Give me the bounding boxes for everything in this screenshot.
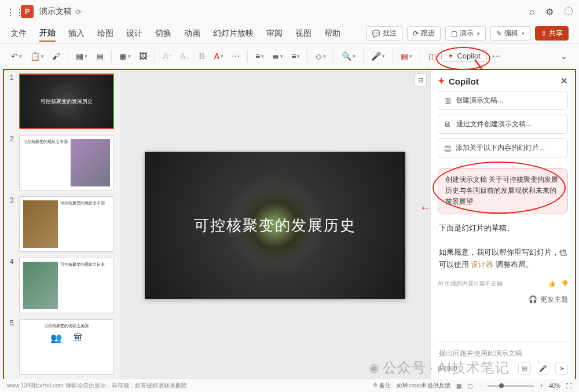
document-title[interactable]: 演示文稿: [39, 6, 72, 17]
thumb-number: 5: [10, 319, 16, 375]
comments-button[interactable]: 💬 批注: [366, 26, 402, 41]
feedback-link[interactable]: 向Microsoft 提供反馈: [397, 382, 450, 390]
table-button[interactable]: ▦▾: [116, 48, 134, 64]
present-button[interactable]: ▢ 演示▾: [445, 26, 486, 41]
attach-icon[interactable]: ▤: [518, 362, 531, 375]
font-increase-button[interactable]: A↑: [160, 48, 175, 64]
titlebar: ⋮⋮⋮ P 演示文稿 ⟳ ⌕ ⚙ 〇: [0, 0, 579, 23]
send-icon[interactable]: ➤: [555, 362, 568, 375]
thumbs-up-icon[interactable]: 👍: [548, 280, 555, 287]
ai-disclaimer: AI 生成的内容可能不正确: [438, 280, 503, 288]
catchup-button[interactable]: ⟳ 跟进: [407, 26, 441, 41]
comment-toggle-icon[interactable]: ⊟: [414, 74, 427, 86]
tab-insert[interactable]: 插入: [68, 26, 85, 41]
statusbar: www.1349比vHol.com 博弈论仅供展示，非存储，如有侵权请联系删除 …: [0, 379, 579, 392]
status-text: www.1349比vHol.com 博弈论仅供展示，非存储，如有侵权请联系删除: [7, 382, 187, 390]
file-icon: 🗎: [444, 120, 452, 129]
thumb-number: 1: [10, 74, 16, 129]
ribbon-collapse-icon[interactable]: ⌄: [557, 48, 571, 64]
zoom-in-icon[interactable]: +: [540, 383, 543, 389]
tab-slideshow[interactable]: 幻灯片放映: [213, 26, 254, 41]
close-icon[interactable]: ✕: [560, 76, 568, 86]
layout-button[interactable]: ▤: [93, 48, 107, 64]
align-button[interactable]: ≡▾: [288, 48, 303, 64]
zoom-out-icon[interactable]: −: [478, 383, 482, 389]
thumbnail-3[interactable]: 可控核聚变的现状之中国: [19, 196, 114, 252]
powerpoint-icon: P: [21, 5, 34, 18]
zoom-level[interactable]: 40%: [549, 383, 560, 389]
thumbnail-1[interactable]: 可控核聚变的发展历史: [19, 74, 114, 129]
slide-title: 可控核聚变的发展历史: [194, 215, 356, 236]
paste-button[interactable]: 📋▾: [27, 48, 47, 64]
thumbs-down-icon[interactable]: 👎: [561, 280, 568, 287]
font-color-button[interactable]: A▾: [211, 48, 226, 64]
settings-icon[interactable]: ⚙: [545, 6, 554, 17]
thumbnail-4[interactable]: 可控核聚变的现状之日本: [19, 258, 114, 313]
tab-home[interactable]: 开始: [39, 25, 56, 42]
slide-thumbnails: 1 可控核聚变的发展历史 2 可控核聚变的现状之中国 3 可控核聚变的现状之中国…: [4, 70, 120, 380]
bullets-button[interactable]: ≡▾: [252, 48, 267, 64]
tab-help[interactable]: 帮助: [324, 26, 340, 41]
addins-button[interactable]: ◫: [425, 48, 439, 64]
shapes-button[interactable]: ◇▾: [313, 48, 329, 64]
find-button[interactable]: 🔍▾: [339, 48, 358, 64]
mic-icon[interactable]: 🎤: [537, 362, 549, 375]
thumb-number: 2: [10, 135, 16, 190]
ribbon-tabs: 文件 开始 插入 绘图 设计 切换 动画 幻灯片放映 审阅 视图 帮助 💬 批注…: [0, 23, 579, 44]
tab-animation[interactable]: 动画: [184, 26, 200, 41]
slide-canvas: ⊟ 可控核聚变的发展历史 ←: [120, 70, 430, 380]
workspace: 1 可控核聚变的发展历史 2 可控核聚变的现状之中国 3 可控核聚变的现状之中国…: [3, 69, 576, 382]
font-decrease-button[interactable]: A↓: [177, 48, 192, 64]
designer-button[interactable]: ▦▾: [398, 48, 415, 64]
undo-button[interactable]: ↶▾: [8, 48, 25, 64]
edit-mode-button[interactable]: ✎ 编辑▾: [490, 26, 530, 41]
tab-design[interactable]: 设计: [126, 26, 142, 41]
assistant-message: 下面是幻灯片的草稿。 如果愿意，我可以帮你重写幻灯片，也可以使用 设计器 调整布…: [438, 219, 568, 275]
copilot-title: Copilot: [449, 76, 479, 86]
bold-button[interactable]: B: [195, 48, 209, 64]
slide-icon: ▤: [444, 144, 451, 152]
copilot-toolbar-button[interactable]: ✦Copilot: [441, 50, 486, 62]
annotation-arrow-icon: ←: [420, 201, 431, 214]
more-button[interactable]: ⋯: [489, 48, 503, 64]
view-normal-icon[interactable]: ▦: [456, 383, 461, 389]
user-message: 创建演示文稿 关于可控核聚变的发展历史与各国目前的发展现状和未来的前景展望: [438, 168, 568, 214]
copilot-panel: ✦ Copilot ✕ ▥创建演示文稿... 🗎通过文件创建演示文稿... ▤添…: [430, 70, 575, 380]
user-icon[interactable]: 〇: [564, 6, 573, 18]
highlight-button[interactable]: ⋯: [229, 48, 243, 64]
new-slide-button[interactable]: ▦▾: [73, 48, 90, 64]
zoom-slider[interactable]: [488, 385, 534, 387]
share-button[interactable]: ⇧ 共享: [535, 26, 569, 41]
dictate-button[interactable]: 🎤▾: [368, 48, 388, 64]
numbering-button[interactable]: ≣▾: [269, 48, 286, 64]
current-slide[interactable]: 可控核聚变的发展历史: [145, 152, 405, 299]
watermark: ◉ 公众号 · AI技术笔记: [369, 358, 510, 377]
notes-button[interactable]: ≙ 备注: [373, 382, 391, 390]
view-slideshow-icon[interactable]: ▢: [467, 383, 472, 389]
designer-link[interactable]: 设计器: [471, 261, 493, 269]
copilot-logo-icon: ✦: [438, 76, 445, 86]
thumbnail-5[interactable]: 可控核聚变的现状之美国👥🏛: [19, 319, 114, 375]
theme-icon: 🎧: [529, 295, 537, 303]
tab-draw[interactable]: 绘图: [97, 26, 113, 41]
tab-view[interactable]: 视图: [295, 26, 312, 41]
format-painter-button[interactable]: 🖌: [49, 48, 63, 64]
tab-file[interactable]: 文件: [10, 26, 27, 41]
suggestion-create[interactable]: ▥创建演示文稿...: [438, 91, 568, 110]
search-icon[interactable]: ⌕: [529, 6, 535, 17]
presentation-icon: ▥: [444, 96, 451, 105]
toolbar: ↶▾ 📋▾ 🖌 ▦▾ ▤ ▦▾ 🖼 A↑ A↓ B A▾ ⋯ ≡▾ ≣▾ ≡▾ …: [0, 44, 579, 68]
fit-icon[interactable]: ⛶: [566, 383, 572, 389]
suggestion-from-file[interactable]: 🗎通过文件创建演示文稿...: [438, 115, 568, 134]
picture-button[interactable]: 🖼: [136, 48, 150, 64]
tab-transition[interactable]: 切换: [155, 26, 171, 41]
thumb-number: 4: [10, 258, 16, 313]
thumb-number: 3: [10, 196, 16, 252]
change-theme-button[interactable]: 🎧更改主题: [438, 292, 568, 307]
thumbnail-2[interactable]: 可控核聚变的现状之中国: [19, 135, 114, 190]
wechat-icon: ◉: [369, 361, 379, 375]
suggestion-add-slide[interactable]: ▤添加关于以下内容的幻灯片...: [438, 138, 568, 157]
tab-review[interactable]: 审阅: [266, 26, 283, 41]
apps-icon[interactable]: ⋮⋮⋮: [6, 7, 15, 16]
cloud-save-icon[interactable]: ⟳: [75, 8, 82, 16]
